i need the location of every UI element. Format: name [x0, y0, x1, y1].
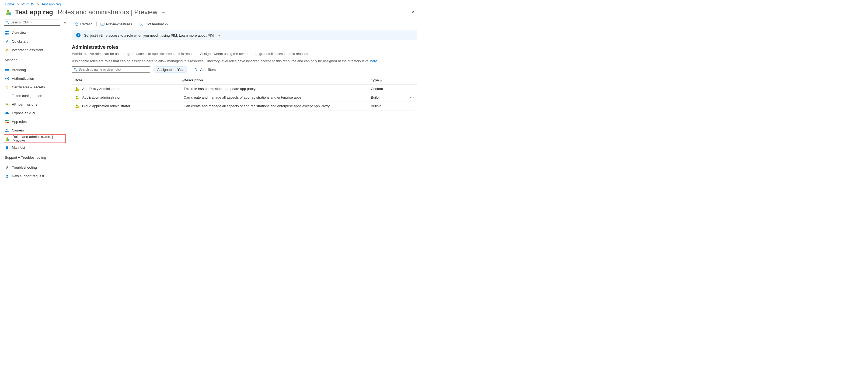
breadcrumb-home[interactable]: Home [5, 2, 14, 6]
svg-rect-9 [5, 69, 9, 70]
arrow-right-icon: → [217, 33, 221, 37]
manifest-icon [5, 145, 9, 149]
sidebar-item-overview[interactable]: Overview [4, 28, 66, 37]
sidebar-item-label: Roles and administrators | Preview [12, 135, 64, 143]
sidebar-item-owners[interactable]: Owners [4, 126, 66, 135]
svg-rect-27 [6, 148, 8, 148]
sidebar-item-branding[interactable]: Branding [4, 65, 66, 74]
wrench-icon [5, 165, 9, 170]
token-icon [5, 93, 9, 98]
refresh-button[interactable]: Refresh [72, 19, 95, 29]
roles-admin-icon [5, 137, 10, 141]
sidebar-item-label: Overview [12, 31, 26, 35]
sidebar-item-troubleshooting[interactable]: Troubleshooting [4, 163, 66, 172]
sidebar-item-api-permissions[interactable]: API permissions [4, 100, 66, 109]
got-feedback-label: Got feedback? [146, 22, 168, 26]
toolbar-separator [96, 22, 97, 26]
preview-features-icon [100, 22, 104, 26]
preview-features-button[interactable]: Preview features [98, 19, 135, 29]
filter-row: Assignable : Yes Add filters [72, 66, 416, 73]
table-row[interactable]: Application administrator Can create and… [72, 93, 416, 102]
cloud-icon [5, 111, 9, 115]
sidebar-search[interactable] [4, 19, 60, 26]
page-subtitle: | Roles and administrators | Preview [54, 8, 157, 16]
svg-rect-14 [8, 94, 8, 97]
sidebar-item-label: Owners [12, 128, 24, 132]
more-commands-icon[interactable]: ··· [162, 10, 165, 14]
role-name: App Proxy Administrator [82, 87, 120, 91]
sort-icon: ↑↓ [380, 79, 382, 82]
info-banner-text: Get just-in-time access to a role when y… [84, 33, 214, 37]
app-roles-icon [5, 119, 9, 124]
role-search[interactable] [72, 66, 150, 73]
sidebar-item-manifest[interactable]: Manifest [4, 143, 66, 152]
breadcrumb-sep-icon: > [37, 2, 39, 6]
table-row[interactable]: App Proxy Administrator This role has pe… [72, 85, 416, 93]
role-type: Built-in [371, 95, 406, 99]
svg-point-31 [74, 68, 76, 70]
row-more-icon[interactable]: ··· [410, 95, 414, 99]
column-header-role[interactable]: Role ↑↓ [74, 78, 184, 82]
app-registration-icon [5, 8, 12, 16]
close-icon[interactable]: ✕ [411, 9, 415, 14]
sidebar-item-new-support-request[interactable]: New support request [4, 172, 66, 180]
svg-point-28 [6, 175, 8, 176]
sidebar-item-app-roles[interactable]: App roles [4, 117, 66, 126]
column-header-description[interactable]: Description [184, 78, 371, 82]
sidebar-item-integration-assistant[interactable]: Integration assistant [4, 46, 66, 54]
key-icon [5, 85, 9, 89]
svg-rect-26 [6, 147, 8, 147]
role-name: Application administrator [82, 95, 120, 99]
breadcrumb-test-app-reg[interactable]: Test app reg [41, 2, 61, 6]
column-header-type[interactable]: Type ↑↓ [371, 78, 406, 82]
table-row[interactable]: Cloud application administrator Can crea… [72, 102, 416, 111]
authentication-icon [5, 76, 9, 81]
svg-point-0 [7, 10, 9, 12]
svg-rect-13 [7, 94, 7, 97]
assignable-filter-pill[interactable]: Assignable : Yes [153, 66, 187, 73]
sidebar-item-label: Integration assistant [12, 48, 43, 52]
got-feedback-button[interactable]: Got feedback? [137, 19, 171, 29]
svg-rect-4 [5, 31, 7, 32]
svg-rect-38 [77, 107, 79, 108]
role-name: Cloud application administrator [82, 104, 130, 108]
svg-rect-18 [5, 122, 7, 123]
here-link[interactable]: here [370, 59, 377, 63]
sidebar-item-label: Manifest [12, 145, 25, 149]
role-icon [74, 86, 80, 91]
sidebar-item-quickstart[interactable]: Quickstart [4, 37, 66, 46]
page-header: Test app reg | Roles and administrators … [0, 7, 421, 19]
rocket-launch-icon [5, 48, 9, 52]
info-banner[interactable]: i Get just-in-time access to a role when… [72, 30, 416, 40]
feedback-icon [140, 22, 144, 26]
collapse-sidebar-icon[interactable]: « [64, 21, 66, 25]
svg-rect-36 [77, 98, 79, 99]
role-search-input[interactable] [77, 68, 148, 71]
refresh-icon [74, 22, 79, 26]
sort-icon: ↑↓ [182, 79, 184, 82]
sidebar-item-label: Branding [12, 68, 26, 72]
svg-line-3 [8, 23, 9, 24]
command-bar: Refresh Preview features Got feedback? [72, 19, 416, 29]
svg-point-21 [7, 129, 8, 130]
sidebar-item-certificates-secrets[interactable]: Certificates & secrets [4, 83, 66, 91]
main-content: Refresh Preview features Got feedback? i… [69, 19, 421, 180]
row-more-icon[interactable]: ··· [410, 104, 414, 108]
svg-point-33 [76, 87, 78, 89]
row-more-icon[interactable]: ··· [410, 87, 414, 91]
add-filters-button[interactable]: Add filters [191, 66, 220, 73]
svg-rect-5 [7, 31, 9, 32]
sidebar-item-authentication[interactable]: Authentication [4, 74, 66, 83]
sidebar-item-roles-administrators[interactable]: Roles and administrators | Preview [4, 135, 66, 143]
sidebar-section-manage: Manage [4, 54, 66, 64]
svg-point-30 [141, 23, 142, 24]
sidebar-search-input[interactable] [9, 21, 58, 24]
sidebar-item-label: Token configuration [12, 94, 42, 98]
sidebar-item-expose-api[interactable]: Expose an API [4, 109, 66, 117]
sidebar-item-token-configuration[interactable]: Token configuration [4, 91, 66, 100]
svg-rect-19 [7, 122, 9, 123]
search-icon [74, 68, 77, 71]
page-title: Test app reg [15, 8, 53, 16]
breadcrumb-msods[interactable]: MSODS [22, 2, 34, 6]
svg-rect-34 [77, 89, 79, 91]
